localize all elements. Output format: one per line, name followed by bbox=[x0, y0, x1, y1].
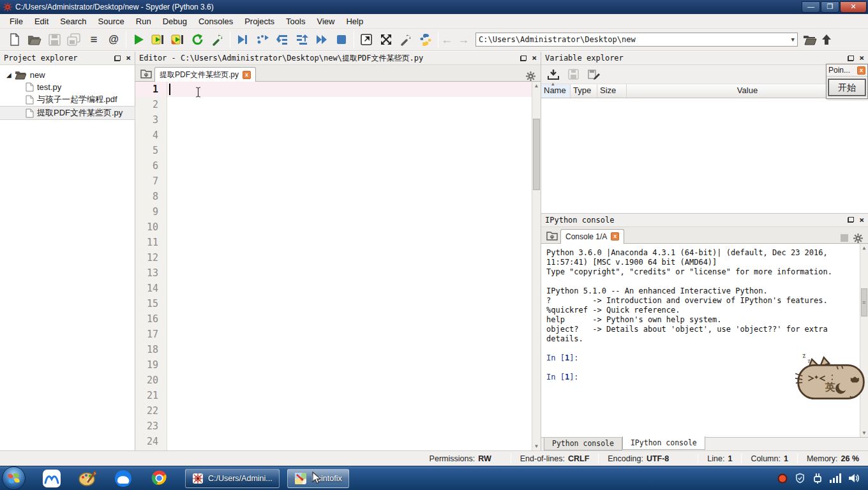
options-gear-icon[interactable] bbox=[853, 234, 863, 243]
variable-table-body[interactable] bbox=[541, 98, 868, 213]
back-icon[interactable]: ← bbox=[438, 31, 455, 48]
scrollbar-thumb[interactable] bbox=[533, 119, 540, 190]
scroll-down-icon[interactable]: ▼ bbox=[532, 442, 541, 450]
close-pane-icon[interactable]: × bbox=[859, 55, 864, 61]
undock-icon[interactable] bbox=[520, 56, 527, 61]
run-configure-icon[interactable] bbox=[209, 31, 226, 48]
scroll-up-icon[interactable]: ▲ bbox=[532, 82, 541, 90]
status-memory: Memory:26 % bbox=[798, 454, 868, 463]
console-scrollbar[interactable]: ▲ ▼ bbox=[860, 244, 868, 437]
console-kind-tab[interactable]: IPython console bbox=[622, 436, 705, 450]
parent-directory-icon[interactable] bbox=[818, 31, 835, 48]
editor-tab[interactable]: 提取PDF文件某些页.py x bbox=[154, 67, 256, 82]
interrupt-kernel-icon[interactable] bbox=[841, 234, 848, 242]
shield-icon[interactable] bbox=[795, 473, 805, 484]
step-into-icon[interactable] bbox=[274, 31, 290, 48]
menu-item[interactable]: Source bbox=[93, 15, 130, 27]
text-cursor bbox=[169, 84, 170, 95]
forward-icon[interactable]: → bbox=[455, 31, 472, 48]
close-pane-icon[interactable]: × bbox=[532, 55, 537, 61]
menu-item[interactable]: File bbox=[4, 15, 29, 27]
undock-icon[interactable] bbox=[848, 217, 854, 223]
menu-item[interactable]: Help bbox=[340, 15, 369, 27]
column-header[interactable]: Size bbox=[597, 84, 627, 98]
maximize-pane-icon[interactable] bbox=[358, 31, 375, 48]
taskbar-button-spyder[interactable]: C:/Users/Admini... bbox=[185, 469, 280, 488]
menu-item[interactable]: Projects bbox=[239, 15, 280, 27]
new-file-icon[interactable] bbox=[6, 31, 23, 48]
plug-icon[interactable] bbox=[812, 473, 823, 484]
file-switcher-icon[interactable]: ≡ bbox=[86, 31, 102, 48]
undock-icon[interactable] bbox=[848, 56, 854, 61]
working-directory-combobox[interactable]: C:\Users\Administrator\Desktop\new ▼ bbox=[475, 33, 798, 47]
tab-close-icon[interactable]: x bbox=[611, 232, 619, 241]
debug-icon[interactable] bbox=[234, 31, 251, 48]
combobox-caret-icon[interactable]: ▼ bbox=[791, 36, 795, 43]
network-icon[interactable] bbox=[830, 473, 841, 483]
save-data-icon[interactable] bbox=[568, 69, 579, 80]
scroll-down-icon[interactable]: ▼ bbox=[860, 429, 868, 437]
browser-app-icon[interactable] bbox=[114, 469, 133, 488]
step-over-icon[interactable] bbox=[254, 31, 271, 48]
menu-item[interactable]: View bbox=[311, 15, 340, 27]
fullscreen-icon[interactable] bbox=[378, 31, 394, 48]
chrome-icon[interactable] bbox=[149, 469, 168, 488]
expander-icon[interactable]: ◢ bbox=[6, 71, 11, 78]
python-icon[interactable] bbox=[417, 31, 434, 48]
menu-item[interactable]: Edit bbox=[29, 15, 54, 27]
save-icon[interactable] bbox=[46, 31, 63, 48]
minimize-button[interactable]: — bbox=[802, 1, 820, 13]
save-data-as-icon[interactable] bbox=[588, 69, 601, 80]
menu-item[interactable]: Debug bbox=[157, 15, 193, 27]
close-pane-icon[interactable]: × bbox=[859, 217, 864, 223]
tab-close-icon[interactable]: x bbox=[243, 71, 251, 79]
run-icon[interactable] bbox=[130, 31, 147, 48]
rerun-cell-icon[interactable] bbox=[190, 31, 206, 48]
project-root-item[interactable]: ◢ new bbox=[0, 69, 135, 81]
scroll-up-icon[interactable]: ▲ bbox=[860, 244, 868, 252]
open-directory-icon[interactable] bbox=[802, 31, 818, 48]
project-file-item[interactable]: 提取PDF文件某些页.py bbox=[0, 107, 135, 119]
paint-app-icon[interactable] bbox=[78, 469, 97, 488]
menu-item[interactable]: Consoles bbox=[193, 15, 239, 27]
volume-icon[interactable] bbox=[848, 473, 859, 483]
find-symbols-icon[interactable]: @ bbox=[105, 31, 122, 48]
console-output[interactable]: Python 3.6.0 |Anaconda 4.3.1 (64-bit)| (… bbox=[541, 244, 868, 437]
project-file-item[interactable]: test.py bbox=[0, 82, 135, 93]
step-return-icon[interactable] bbox=[294, 31, 310, 48]
status-eol: End-of-lines:CRLF bbox=[511, 454, 599, 463]
undock-icon[interactable] bbox=[114, 56, 121, 61]
pointofix-close-icon[interactable]: x bbox=[857, 66, 865, 75]
console-tab[interactable]: Console 1/A x bbox=[560, 229, 624, 244]
scrollbar-thumb[interactable] bbox=[861, 288, 867, 316]
maximize-button[interactable]: ❐ bbox=[821, 1, 839, 13]
options-gear-icon[interactable] bbox=[526, 71, 535, 81]
console-kind-tab[interactable]: Python console bbox=[544, 438, 622, 450]
debug-continue-icon[interactable] bbox=[313, 31, 330, 48]
column-header[interactable]: Name bbox=[541, 84, 571, 98]
import-data-icon[interactable] bbox=[548, 70, 559, 80]
open-file-icon[interactable] bbox=[26, 31, 43, 48]
editor-scrollbar[interactable]: ▲ ▼ bbox=[532, 82, 541, 450]
close-pane-icon[interactable]: × bbox=[126, 55, 131, 61]
run-cell-advance-icon[interactable] bbox=[170, 31, 186, 48]
pointofix-window[interactable]: Poin... x 开始 bbox=[826, 64, 868, 99]
tim-app-icon[interactable] bbox=[42, 469, 61, 488]
editor-body[interactable]: 123456789101112131415161718192021222324 … bbox=[135, 82, 541, 450]
start-button[interactable] bbox=[2, 466, 26, 490]
menu-item[interactable]: Search bbox=[54, 15, 92, 27]
close-button[interactable]: ✕ bbox=[840, 1, 867, 13]
project-file-item[interactable]: 与孩子一起学编程.pdf bbox=[0, 93, 135, 106]
run-cell-icon[interactable] bbox=[150, 31, 167, 48]
browse-tabs-icon[interactable] bbox=[138, 67, 154, 81]
debug-stop-icon[interactable] bbox=[333, 31, 350, 48]
save-all-icon[interactable] bbox=[66, 31, 82, 48]
code-area[interactable] bbox=[167, 82, 541, 450]
column-header[interactable]: Type bbox=[571, 84, 597, 98]
menu-item[interactable]: Tools bbox=[280, 15, 311, 27]
preferences-icon[interactable] bbox=[398, 31, 414, 48]
menu-item[interactable]: Run bbox=[130, 15, 157, 27]
record-icon[interactable] bbox=[777, 473, 788, 484]
pointofix-start-button[interactable]: 开始 bbox=[828, 79, 865, 96]
browse-tabs-icon[interactable] bbox=[544, 229, 560, 243]
